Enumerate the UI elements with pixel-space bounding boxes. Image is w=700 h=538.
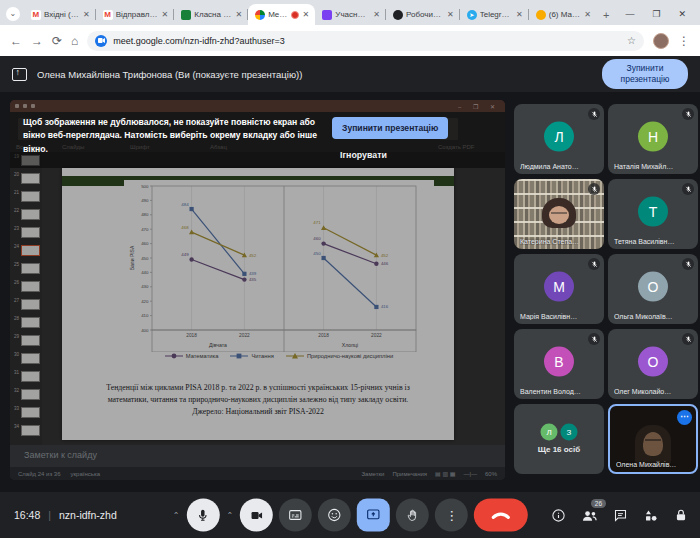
toast-ignore-button[interactable]: Ігнорувати [340,150,387,160]
activities-shapes-icon [643,508,659,523]
mic-muted-badge [682,183,694,195]
browser-profile-avatar[interactable] [653,33,669,49]
participant-video-tile[interactable]: Катерина Степа… [514,179,604,249]
window-close-button[interactable]: ✕ [678,9,686,19]
mic-options-chevron-icon[interactable]: ⌃ [172,511,181,520]
camera-button[interactable] [240,499,273,532]
back-icon[interactable]: ← [10,34,22,48]
reload-icon[interactable]: ⟳ [52,34,62,48]
smiley-icon [327,508,342,523]
participant-tile[interactable]: ММарія Василівн… [514,254,604,324]
mic-muted-icon [685,261,692,268]
tab-close-icon[interactable]: ✕ [161,10,170,19]
people-button[interactable]: 26 [581,508,598,523]
browser-tab[interactable]: Meet:✕ [248,4,315,25]
mic-muted-badge [588,258,600,270]
participant-name: Олена Михайлів… [616,461,692,468]
tab-title: Вхідні (29 [44,10,79,19]
browser-tab[interactable]: ➤Telegram✕ [460,4,529,25]
present-screen-active-icon [366,508,381,523]
browser-tab[interactable]: Класна ро✕ [174,4,248,25]
meeting-details-button[interactable] [551,508,566,523]
stop-presenting-button[interactable]: Зупинити презентацію [602,59,688,88]
tab-close-icon[interactable]: ✕ [446,10,455,19]
browser-menu-icon[interactable]: ⋮ [678,34,690,48]
participant-tile[interactable]: ВВалентин Волод… [514,329,604,399]
address-bar[interactable]: meet.google.com/nzn-idfn-zhd?authuser=3 … [87,31,644,51]
participant-tile[interactable]: ТТетяна Василівн… [608,179,698,249]
shared-screen: – ❐ ✕ Вставить Слайды Шрифт Абзац Создат… [10,100,505,480]
browser-tab[interactable]: MВхідні (29✕ [24,4,96,25]
meet-favicon [255,10,265,20]
presenting-banner: Олена Михайлівна Трифонова (Ви (показуєт… [0,56,700,92]
url-text: meet.google.com/nzn-idfn-zhd?authuser=3 [113,36,284,46]
avatar: О [638,272,668,302]
tab-title: (6) Мани [549,10,581,19]
tab-title: Класна ро [194,10,231,19]
more-options-button[interactable]: ⋮ [435,499,468,532]
purple-favicon [322,10,332,20]
tile-more-options-icon[interactable]: ⋯ [677,410,692,425]
meet-favicon [95,35,107,47]
tab-close-icon[interactable]: ✕ [583,10,592,19]
avatar: Л [544,122,574,152]
tab-close-icon[interactable]: ✕ [372,10,381,19]
mic-muted-badge [588,108,600,120]
tab-search-chevron-icon[interactable]: ⌄ [6,7,20,21]
tab-close-icon[interactable]: ✕ [234,10,243,19]
participant-tile[interactable]: ННаталія Михайл… [608,104,698,174]
browser-toolbar: ← → ⟳ ⌂ meet.google.com/nzn-idfn-zhd?aut… [0,25,700,56]
avatar: М [544,272,574,302]
microphone-button[interactable] [187,499,220,532]
chat-button[interactable] [613,508,628,523]
recording-indicator-icon [291,11,299,19]
window-restore-button[interactable]: ❐ [652,9,660,19]
participants-grid: ЛЛюдмила Анато…ННаталія Михайл…Катерина … [514,104,698,474]
captions-button[interactable] [279,499,312,532]
raise-hand-button[interactable] [396,499,429,532]
browser-tab[interactable]: Учасники✕ [315,4,386,25]
toast-stop-presenting-button[interactable]: Зупинити презентацію [332,117,448,139]
more-participants-tile[interactable]: ЛЗЩе 16 осіб [514,404,604,474]
participant-name: Тетяна Василівн… [614,238,694,245]
participant-name: Марія Василівн… [520,313,600,320]
avatar: О [638,347,668,377]
tab-title: Відправлен [116,10,158,19]
participant-tile[interactable]: ЛЛюдмила Анато… [514,104,604,174]
clock: 16:48 [14,509,40,521]
mic-muted-badge [682,333,694,345]
avatar: Н [638,122,668,152]
browser-tab[interactable]: (6) Мани✕ [529,4,597,25]
mic-muted-icon [591,111,598,118]
avatar: В [544,347,574,377]
window-minimize-button[interactable]: — [625,9,634,19]
new-tab-button[interactable]: + [597,9,615,25]
mic-muted-badge [588,333,600,345]
reactions-button[interactable] [318,499,351,532]
activities-button[interactable] [643,508,659,523]
leave-call-button[interactable] [474,499,528,532]
host-controls-button[interactable] [674,508,688,523]
camera-options-chevron-icon[interactable]: ⌃ [226,511,235,520]
self-video-tile[interactable]: ⋯Олена Михайлів… [608,404,698,474]
present-screen-button[interactable] [357,499,390,532]
dark-favicon [393,10,403,20]
browser-tab[interactable]: MВідправлен✕ [96,4,175,25]
browser-tab[interactable]: Робочий с✕ [386,4,460,25]
bookmark-star-icon[interactable]: ☆ [627,35,636,46]
participant-tile[interactable]: ООлег Миколайо… [608,329,698,399]
home-icon[interactable]: ⌂ [71,34,78,48]
tab-close-icon[interactable]: ✕ [82,10,91,19]
tab-close-icon[interactable]: ✕ [302,10,311,19]
microphone-icon [196,508,210,522]
participant-tile[interactable]: ООльга Миколаїв… [608,254,698,324]
yellow-favicon [536,10,546,20]
duplicate-warning-text: Щоб зображення не дублювалося, не показу… [23,116,329,156]
forward-icon[interactable]: → [31,34,43,48]
telegram-favicon: ➤ [467,10,477,20]
meet-control-bar: 16:48 | nzn-idfn-zhd ⌃ ⌃ [0,492,700,538]
info-icon [551,508,566,523]
participant-name: Катерина Степа… [520,238,600,245]
tab-close-icon[interactable]: ✕ [515,10,524,19]
more-participants-label: Ще 16 осіб [514,445,604,454]
